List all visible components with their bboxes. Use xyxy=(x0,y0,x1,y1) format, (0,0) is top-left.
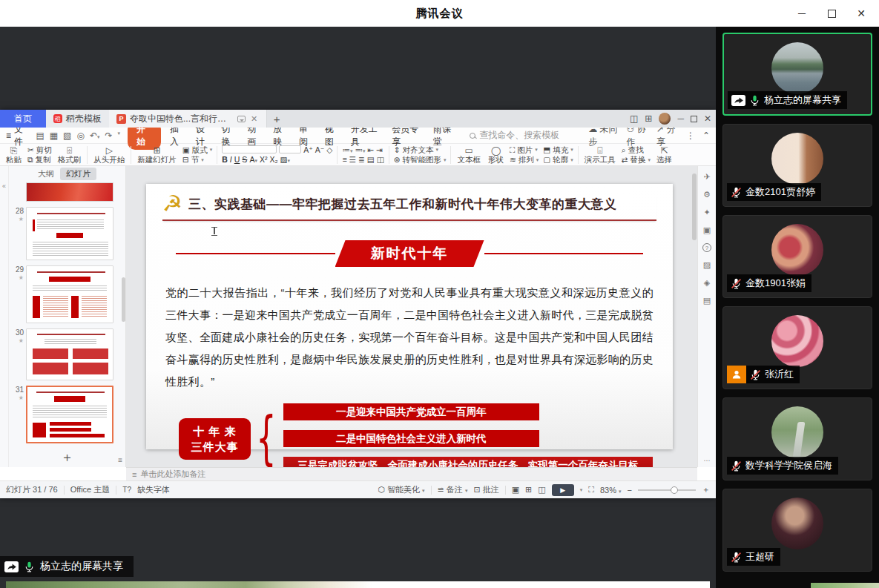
participant-tile[interactable]: 数学科学学院侯启海 xyxy=(722,397,872,480)
effects-pane-icon[interactable]: ✦ xyxy=(703,208,710,217)
bold-button[interactable]: B xyxy=(222,156,228,164)
command-search-box[interactable]: 查找命令、搜索模板 xyxy=(470,129,581,142)
wps-document-tab[interactable]: P 夺取中国特色...言和行动纲领 ✕ xyxy=(109,110,267,128)
slide-thumbnail-28[interactable] xyxy=(26,207,113,260)
format-painter-button[interactable]: ⌹格式刷 xyxy=(56,146,83,164)
shapes-button[interactable]: ◯形状 xyxy=(487,146,505,164)
play-from-start-button[interactable]: ▷从头开始 xyxy=(92,146,126,164)
font-color-button[interactable]: A▾ xyxy=(249,156,257,164)
arrange-button[interactable]: ≋ 排列▾ xyxy=(510,156,539,164)
thumbnail-scrollbar[interactable] xyxy=(122,277,125,322)
outline-tab[interactable]: 大纲 xyxy=(38,168,54,179)
find-button[interactable]: ⌕ 查找 xyxy=(622,146,651,154)
comments-button[interactable]: ⊡ 批注 xyxy=(473,484,498,495)
image-tools-pane-icon[interactable]: ▨ xyxy=(703,260,711,270)
highlight-button[interactable]: ▨▾ xyxy=(280,156,290,164)
increase-indent-button[interactable]: ⇥ xyxy=(376,146,383,154)
quick-access-pane-icon[interactable]: ✈ xyxy=(703,172,710,182)
copy-button[interactable]: ⧉ 复制 xyxy=(27,156,52,164)
wps-account-avatar[interactable] xyxy=(659,113,671,125)
print-icon[interactable]: ▦ xyxy=(50,131,58,141)
strikethrough-button[interactable]: S xyxy=(242,156,247,164)
replace-button[interactable]: ⇄ 替换▾ xyxy=(622,156,651,164)
wps-docer-tab[interactable]: 稻 稻壳模板 xyxy=(46,110,109,128)
zoom-slider[interactable] xyxy=(638,489,696,491)
help-pane-icon[interactable]: ? xyxy=(702,243,711,252)
theme-name[interactable]: Office 主题 xyxy=(70,484,111,495)
clear-format-icon[interactable]: ◇ xyxy=(326,146,332,154)
grid-view-icon[interactable]: ⊞ xyxy=(645,113,652,124)
font-name-box[interactable] xyxy=(222,145,277,153)
slide-thumbnail-30[interactable] xyxy=(26,328,113,380)
participant-tile[interactable]: 张沂红 xyxy=(722,306,872,389)
preview-icon[interactable]: ◎ xyxy=(76,131,84,141)
slide-thumbnail-31-selected[interactable] xyxy=(26,386,113,443)
play-options-caret[interactable]: ▾ xyxy=(580,487,583,493)
notes-toggle-button[interactable]: ≌ 备注 ▾ xyxy=(438,484,468,495)
wps-home-tab[interactable]: 首页 xyxy=(0,110,46,128)
slide-canvas[interactable]: ☭ 三、实践基础——牢牢把握过去五年工作和新时代十年伟大变革的重大意义 新时代十… xyxy=(126,166,697,467)
menu-overflow-caret[interactable]: ▾ xyxy=(118,131,121,141)
slide-thumbnail-29[interactable] xyxy=(26,265,113,323)
fill-button[interactable]: ⬒ 填充▾ xyxy=(543,146,573,154)
section-button[interactable]: ⊟ 节▾ xyxy=(182,156,212,164)
reading-pane-icon[interactable]: ▤ xyxy=(703,296,711,305)
smart-beautify-button[interactable]: ⬡ 智能美化 ▾ xyxy=(378,484,424,495)
wps-restore-button[interactable] xyxy=(691,116,697,122)
justify-button[interactable]: ▤ xyxy=(367,156,375,164)
new-tab-button[interactable]: + xyxy=(267,110,286,128)
save-icon[interactable]: ▤ xyxy=(36,131,44,141)
split-view-icon[interactable]: ◫ xyxy=(630,113,638,124)
wps-minimize-button[interactable]: ─ xyxy=(677,113,684,124)
close-button[interactable]: ✕ xyxy=(846,0,876,27)
slides-tab[interactable]: 幻灯片 xyxy=(60,168,96,180)
notes-bar[interactable]: ≡ 单击此处添加备注 xyxy=(126,467,697,480)
zoom-out-button[interactable]: − xyxy=(628,486,632,495)
paste-button[interactable]: ⎘粘贴 xyxy=(4,146,23,164)
decrease-indent-button[interactable]: ⇤ xyxy=(367,146,374,154)
panel-collapse-rail[interactable]: « xyxy=(0,166,9,467)
collapse-ribbon-icon[interactable]: ⌃ xyxy=(702,131,710,141)
reading-view-icon[interactable]: ◫ xyxy=(538,485,545,495)
canvas-scrollbar[interactable] xyxy=(692,174,697,240)
align-right-button[interactable]: ≣ xyxy=(358,156,365,164)
participant-tile-sharer[interactable]: 杨立志的屏幕共享 xyxy=(722,33,872,116)
slide-thumbnail-partial[interactable] xyxy=(26,182,113,202)
tab-close-icon[interactable]: ✕ xyxy=(249,114,259,124)
align-text-button[interactable]: ⇕ 对齐文本▾ xyxy=(394,146,447,154)
add-slide-button[interactable]: ＋ xyxy=(9,449,125,466)
slide-layout-button[interactable]: ▣ 版式▾ xyxy=(182,146,212,154)
font-size-box[interactable] xyxy=(279,145,301,153)
resources-pane-icon[interactable]: ◈ xyxy=(704,278,710,288)
layout-pane-icon[interactable]: ▣ xyxy=(703,225,711,235)
settings-pane-icon[interactable]: ⚙ xyxy=(703,190,711,199)
present-tools-button[interactable]: ⌻演示工具 xyxy=(583,146,617,164)
italic-button[interactable]: I xyxy=(230,156,232,164)
redo-icon[interactable]: ↷ xyxy=(105,131,112,141)
more-menu-icon[interactable]: ⋮ xyxy=(686,131,695,141)
superscript-button[interactable]: X² xyxy=(260,156,268,164)
numbering-button[interactable]: ≕▾ xyxy=(355,146,365,154)
panel-options-icon[interactable]: ≡ xyxy=(118,456,122,464)
comment-bubble-icon[interactable] xyxy=(237,116,246,122)
cut-button[interactable]: ✂ 剪切 xyxy=(27,146,52,154)
slideshow-play-button[interactable]: ▶ xyxy=(552,484,574,496)
maximize-button[interactable] xyxy=(817,0,846,27)
normal-view-icon[interactable]: ▣ xyxy=(512,485,519,495)
participant-tile[interactable]: 金数1901张娟 xyxy=(722,215,872,298)
columns-button[interactable]: ◫ xyxy=(377,156,384,164)
grow-font-icon[interactable]: A⁺ xyxy=(303,146,313,154)
align-center-button[interactable]: ☰ xyxy=(349,156,356,164)
current-slide[interactable]: ☭ 三、实践基础——牢牢把握过去五年工作和新时代十年伟大变革的重大意义 新时代十… xyxy=(146,184,673,449)
new-slide-button[interactable]: ⊞新建幻灯片 xyxy=(136,146,178,164)
shrink-font-icon[interactable]: A⁻ xyxy=(315,146,325,154)
zoom-in-button[interactable]: ＋ xyxy=(702,484,710,495)
rail-more-icon[interactable]: ⋯ xyxy=(704,457,711,464)
thumbnail-list[interactable]: 28★ 29★ xyxy=(9,182,121,449)
participant-tile[interactable]: 王超研 xyxy=(722,489,872,572)
underline-button[interactable]: U xyxy=(234,156,240,164)
subscript-button[interactable]: X₂ xyxy=(269,156,277,164)
participant-tile[interactable]: 金数2101贾舒婷 xyxy=(722,124,872,207)
bullets-button[interactable]: ≔▾ xyxy=(342,146,352,154)
select-button[interactable]: ⇱选择 xyxy=(655,146,674,164)
